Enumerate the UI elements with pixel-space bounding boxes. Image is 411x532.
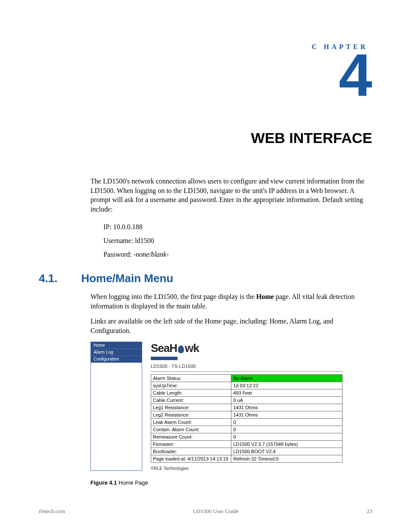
status-label: Remeasure Count:: [151, 433, 231, 440]
status-value: LD1500 V2.3.7 (157048 bytes): [231, 440, 342, 448]
status-value: 1431 Ohms: [231, 404, 342, 411]
status-label: Bootloader:: [151, 448, 231, 455]
status-value: 0: [231, 433, 342, 440]
table-row: Contam. Alarm Count:0: [151, 426, 342, 433]
status-label: Leg2 Resistance:: [151, 411, 231, 418]
username-value: ld1500: [135, 237, 154, 244]
table-row: Cable Current:0 uA: [151, 396, 342, 404]
figure: Home Alarm Log Configuration SeaH wk LD1…: [90, 342, 372, 486]
status-value: 1d 03:12:22: [231, 382, 342, 389]
home-bold: Home: [256, 293, 274, 300]
seahawk-logo: SeaH wk: [151, 342, 372, 355]
table-row: Leg2 Resistance:1431 Ohms: [151, 411, 342, 418]
figure-text: Home Page: [117, 479, 148, 486]
status-value: 0: [231, 418, 342, 426]
status-value: No Alarm: [231, 374, 342, 382]
table-row: Remeasure Count:0: [151, 433, 342, 440]
table-row: Bootloader:LD1500 BOOT V2.4: [151, 448, 342, 455]
nav-configuration[interactable]: Configuration: [91, 356, 142, 363]
password-value: -none/blank-: [134, 251, 169, 258]
table-row: sysUpTime:1d 03:12:22: [151, 382, 342, 389]
section-paragraph-1: When logging into the LD1500, the first …: [90, 292, 372, 311]
status-value: Refresh:32 Timeout:0: [231, 455, 342, 462]
section-paragraph-2: Links are available on the left side of …: [90, 317, 372, 335]
status-label: sysUpTime:: [151, 382, 231, 389]
status-value: LD1500 BOOT V2.4: [231, 448, 342, 455]
page-footer: rletech.com LD1500 User Guide 23: [39, 508, 372, 515]
logo-underline: [151, 357, 177, 360]
figure-label: Figure 4.1: [90, 479, 117, 486]
table-row: Leg1 Resistance:1431 Ohms: [151, 404, 342, 411]
device-name: LD1500 - TS-LD1500: [151, 364, 342, 372]
intro-paragraph: The LD1500's network connection allows u…: [90, 177, 372, 214]
table-row: Firmware:LD1500 V2.3.7 (157048 bytes): [151, 440, 342, 448]
drop-icon: [178, 345, 184, 353]
table-row: Cable Length:493 Feet: [151, 389, 342, 396]
logo-text-b: wk: [185, 342, 199, 355]
logo-text-a: SeaH: [151, 342, 177, 355]
section-number: 4.1.: [39, 272, 57, 285]
table-row: Page loaded at: 4/11/2013 14:13:19Refres…: [151, 455, 342, 462]
ip-value: 10.0.0.188: [113, 223, 143, 230]
status-label: Leg1 Resistance:: [151, 404, 231, 411]
ip-label: IP:: [103, 223, 113, 230]
status-value: 0 uA: [231, 396, 342, 404]
table-row: Leak Alarm Count:0: [151, 418, 342, 426]
status-label: Page loaded at: 4/11/2013 14:13:19: [151, 455, 231, 462]
nav-alarm-log[interactable]: Alarm Log: [91, 349, 142, 356]
home-page-screenshot: Home Alarm Log Configuration SeaH wk LD1…: [90, 342, 372, 471]
status-value: 493 Feet: [231, 389, 342, 396]
footer-center: LD1500 User Guide: [193, 508, 239, 515]
copyright: ©RLE Technologies: [151, 466, 372, 471]
password-label: Password:: [103, 251, 134, 258]
username-label: Username:: [103, 237, 135, 244]
footer-left: rletech.com: [39, 508, 65, 515]
status-label: Cable Length:: [151, 389, 231, 396]
status-value: 1431 Ohms: [231, 411, 342, 418]
status-value: 0: [231, 426, 342, 433]
table-row: Alarm Status:No Alarm: [151, 374, 342, 382]
status-label: Cable Current:: [151, 396, 231, 404]
status-label: Firmware:: [151, 440, 231, 448]
status-label: Leak Alarm Count:: [151, 418, 231, 426]
figure-caption: Figure 4.1 Home Page: [90, 479, 372, 486]
status-label: Alarm Status:: [151, 374, 231, 382]
status-table: Alarm Status:No AlarmsysUpTime:1d 03:12:…: [151, 374, 342, 463]
footer-right: 23: [367, 508, 372, 515]
chapter-title: WEB INTERFACE: [39, 130, 372, 146]
side-nav: Home Alarm Log Configuration: [90, 342, 142, 471]
section-title: Home/Main Menu: [81, 272, 173, 285]
defaults-block: IP: 10.0.0.188 Username: ld1500 Password…: [103, 222, 372, 259]
main-panel: SeaH wk LD1500 - TS-LD1500 Alarm Status:…: [142, 342, 372, 471]
chapter-number: 4: [39, 47, 372, 104]
status-label: Contam. Alarm Count:: [151, 426, 231, 433]
section-heading: 4.1. Home/Main Menu: [39, 272, 372, 285]
nav-home[interactable]: Home: [91, 342, 142, 349]
text: When logging into the LD1500, the first …: [90, 293, 256, 300]
